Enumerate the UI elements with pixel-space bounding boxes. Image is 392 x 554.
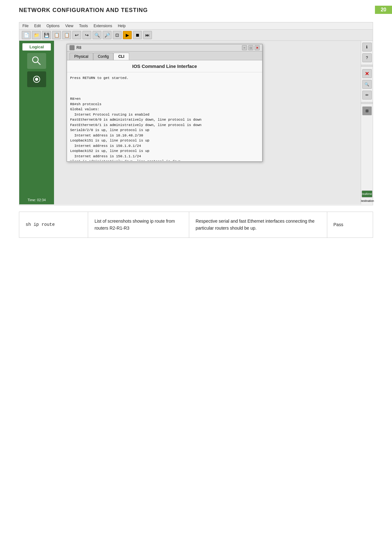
device-content: IOS Command Line Interface Press RETURN … bbox=[67, 60, 262, 161]
minimize-button[interactable]: − bbox=[242, 45, 247, 50]
tab-config[interactable]: Config bbox=[93, 53, 114, 60]
svg-point-2 bbox=[35, 78, 38, 81]
device-name: R8 bbox=[76, 45, 81, 50]
bottom-section: sh ip route List of screenshots showing … bbox=[19, 212, 373, 238]
titlebar-controls: − □ ✕ bbox=[242, 45, 260, 50]
sidebar-settings-icon[interactable] bbox=[27, 71, 46, 87]
menu-help[interactable]: Help bbox=[118, 24, 126, 28]
right-sidebar: ℹ ? ✕ 🔍 ✏ ⊞ realtime Destination bbox=[361, 41, 373, 204]
toolbar-new[interactable]: 📄 bbox=[22, 31, 31, 39]
realtime-btn[interactable]: realtime bbox=[362, 190, 372, 197]
titlebar-left: R8 bbox=[69, 45, 81, 50]
toolbar-stop[interactable]: ⏹ bbox=[133, 31, 142, 39]
page-title: NETWORK CONFIGURATION AND TESTING bbox=[19, 7, 148, 14]
svg-line-1 bbox=[38, 62, 40, 65]
menu-tools[interactable]: Tools bbox=[79, 24, 88, 28]
ios-title: IOS Command Line Interface bbox=[67, 60, 262, 72]
menu-edit[interactable]: Edit bbox=[34, 24, 41, 28]
menu-view[interactable]: View bbox=[65, 24, 73, 28]
simulator-area: File Edit Options View Tools Extensions … bbox=[19, 22, 373, 205]
toolbar-run[interactable]: ▶ bbox=[123, 31, 132, 39]
time-label: Time: 02:34 bbox=[27, 198, 46, 204]
close-button[interactable]: ✕ bbox=[255, 45, 260, 50]
menu-extensions[interactable]: Extensions bbox=[93, 24, 112, 28]
table-cell-command: sh ip route bbox=[19, 212, 88, 238]
toolbar-paste[interactable]: 📋 bbox=[62, 31, 71, 39]
tab-physical[interactable]: Physical bbox=[69, 53, 93, 60]
device-tabs: Physical Config CLI bbox=[67, 51, 262, 60]
table-cell-expected: Respective serial and fast Ethernet inte… bbox=[189, 212, 327, 238]
toolbar-redo[interactable]: ↪ bbox=[82, 31, 91, 39]
toolbar-forward[interactable]: ⏭ bbox=[143, 31, 152, 39]
network-area[interactable]: R8 − □ ✕ Physical Config CLI IOS Command… bbox=[54, 41, 361, 204]
delete-button[interactable]: ✕ bbox=[362, 69, 372, 78]
svg-point-0 bbox=[33, 57, 38, 63]
table-row: sh ip route List of screenshots showing … bbox=[19, 212, 373, 238]
destination-label: Destination bbox=[361, 199, 373, 203]
toolbar-copy[interactable]: 📋 bbox=[52, 31, 61, 39]
device-window: R8 − □ ✕ Physical Config CLI IOS Command… bbox=[67, 44, 262, 162]
menu-options[interactable]: Options bbox=[46, 24, 59, 28]
toolbar-fit[interactable]: ⊡ bbox=[113, 31, 122, 39]
table-cell-result: Pass bbox=[327, 212, 373, 238]
menu-bar: File Edit Options View Tools Extensions … bbox=[19, 22, 373, 30]
edit-button[interactable]: ✏ bbox=[362, 91, 372, 99]
help-button[interactable]: ? bbox=[362, 53, 372, 62]
search-button[interactable]: 🔍 bbox=[362, 80, 372, 89]
page-number-badge: 20 bbox=[375, 6, 392, 14]
device-titlebar: R8 − □ ✕ bbox=[67, 44, 262, 51]
logical-button[interactable]: Logical bbox=[22, 43, 51, 51]
toolbar-save[interactable]: 💾 bbox=[42, 31, 51, 39]
toolbar-zoom-out[interactable]: 🔎 bbox=[103, 31, 112, 39]
device-icon bbox=[69, 45, 75, 50]
toolbar-zoom-in[interactable]: 🔍 bbox=[93, 31, 101, 39]
left-sidebar: Logical Time: 02:34 bbox=[19, 41, 54, 204]
info-button[interactable]: ℹ bbox=[362, 43, 372, 51]
maximize-button[interactable]: □ bbox=[248, 45, 253, 50]
toolbar-undo[interactable]: ↩ bbox=[72, 31, 81, 39]
data-table: sh ip route List of screenshots showing … bbox=[19, 212, 373, 238]
main-layout: Logical Time: 02:34 bbox=[19, 41, 373, 204]
table-cell-description: List of screenshots showing ip route fro… bbox=[88, 212, 189, 238]
toolbar: 📄 📁 💾 📋 📋 ↩ ↪ 🔍 🔎 ⊡ ▶ ⏹ ⏭ bbox=[19, 30, 373, 41]
tab-cli[interactable]: CLI bbox=[113, 53, 129, 60]
toolbar-open[interactable]: 📁 bbox=[32, 31, 41, 39]
menu-file[interactable]: File bbox=[22, 24, 28, 28]
cli-terminal[interactable]: Press RETURN to get started. R8>en R8#sh… bbox=[67, 72, 262, 161]
add-device-button[interactable]: ⊞ bbox=[362, 106, 372, 115]
sidebar-draw-icon[interactable] bbox=[27, 53, 46, 69]
